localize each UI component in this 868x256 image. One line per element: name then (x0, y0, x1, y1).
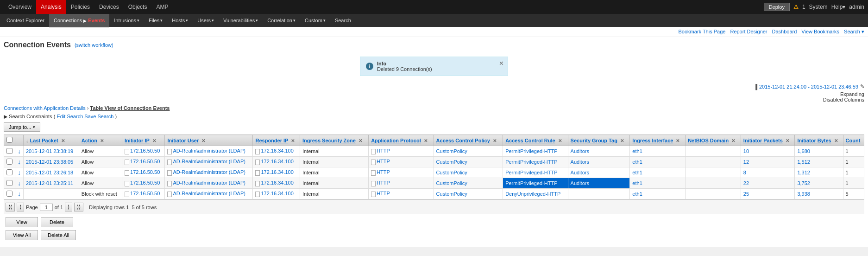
info-close-button[interactable]: ✕ (499, 60, 504, 67)
initiator-packets-link[interactable]: 12 (743, 159, 749, 165)
row-expand[interactable]: ↓ (15, 189, 24, 199)
initiator-user-link[interactable]: AD-Realm\administrator (LDAP) (173, 180, 245, 186)
initiator-bytes-link[interactable]: 3,752 (797, 180, 810, 186)
th-ingress-interface[interactable]: Ingress Interface ✕ (630, 135, 686, 146)
th-ac-policy[interactable]: Access Control Policy ✕ (434, 135, 503, 146)
edit-date-icon[interactable]: ✎ (860, 83, 864, 90)
save-search-link[interactable]: Save Search (84, 114, 113, 119)
nav-connections-events[interactable]: Connections ▶ Events (49, 14, 109, 27)
nav-analysis[interactable]: Analysis (36, 0, 66, 14)
th-initiator-bytes[interactable]: Initiator Bytes ✕ (795, 135, 843, 146)
th-initiator-packets[interactable]: Initiator Packets ✕ (741, 135, 795, 146)
initiator-bytes-link[interactable]: 1,312 (797, 170, 810, 175)
view-all-button[interactable]: View All (6, 230, 38, 240)
view-bookmarks-link[interactable]: View Bookmarks (801, 29, 839, 35)
date-range-link[interactable]: 2015-12-01 21:24:00 - 2015-12-01 23:46:5… (759, 84, 858, 90)
initiator-packets-link[interactable]: 25 (743, 191, 749, 197)
initiator-bytes-close[interactable]: ✕ (834, 138, 838, 143)
select-all-checkbox[interactable] (6, 137, 13, 143)
search-dropdown-link[interactable]: Search ▾ (844, 29, 864, 35)
th-app-protocol[interactable]: Application Protocol ✕ (369, 135, 434, 146)
nav-devices[interactable]: Devices (94, 0, 124, 14)
th-initiator-ip[interactable]: Initiator IP ✕ (122, 135, 165, 146)
prev-page-button[interactable]: ⟨ (17, 203, 24, 211)
responder-ip-close[interactable]: ✕ (291, 138, 295, 143)
row-expand[interactable]: ↓ (15, 178, 24, 189)
nav-vulnerabilities[interactable]: Vulnerabilities ▾ (219, 14, 263, 27)
app-protocol-link[interactable]: HTTP (377, 169, 390, 175)
th-initiator-user[interactable]: Initiator User ✕ (165, 135, 253, 146)
breadcrumb-link[interactable]: Connections with Application Details (4, 105, 86, 111)
ac-policy-link[interactable]: CustomPolicy (436, 148, 467, 154)
initiator-bytes-link[interactable]: 1,680 (797, 148, 810, 154)
report-designer-link[interactable]: Report Designer (730, 29, 767, 35)
responder-ip-link[interactable]: 172.16.34.100 (261, 191, 293, 196)
ac-policy-link[interactable]: CustomPolicy (436, 191, 467, 197)
initiator-ip-link[interactable]: 172.16.50.50 (130, 148, 160, 154)
app-protocol-sort-link[interactable]: Application Protocol (371, 138, 421, 143)
initiator-packets-link[interactable]: 10 (743, 148, 749, 154)
th-count[interactable]: Count (843, 135, 864, 146)
nav-hosts[interactable]: Hosts ▾ (167, 14, 193, 27)
last-packet-close[interactable]: ✕ (61, 138, 65, 143)
responder-ip-sort-link[interactable]: Responder IP (255, 138, 288, 143)
ingress-interface-close[interactable]: ✕ (676, 138, 679, 143)
th-last-packet[interactable]: ↓ Last Packet ✕ (24, 135, 79, 146)
system-link[interactable]: System (809, 4, 828, 10)
app-protocol-link[interactable]: HTTP (377, 191, 390, 196)
initiator-ip-link[interactable]: 172.16.50.50 (130, 169, 160, 175)
ac-rule-sort-link[interactable]: Access Control Rule (505, 138, 555, 143)
ac-policy-link[interactable]: CustomPolicy (436, 159, 467, 165)
nav-users[interactable]: Users ▾ (193, 14, 219, 27)
initiator-packets-link[interactable]: 22 (743, 180, 749, 186)
security-group-link[interactable]: Auditors (571, 180, 589, 186)
initiator-packets-link[interactable]: 8 (743, 170, 746, 175)
ac-rule-link[interactable]: PermitPrivileged-HTTP (505, 180, 557, 186)
row-checkbox[interactable] (6, 148, 13, 154)
action-close[interactable]: ✕ (100, 138, 104, 143)
ac-rule-link[interactable]: PermitPrivileged-HTTP (505, 148, 557, 154)
nav-objects[interactable]: Objects (124, 0, 152, 14)
delete-all-button[interactable]: Delete All (41, 230, 76, 240)
ac-policy-close[interactable]: ✕ (493, 138, 497, 143)
initiator-packets-sort-link[interactable]: Initiator Packets (743, 138, 783, 143)
security-group-link[interactable]: Auditors (571, 170, 589, 175)
ac-rule-link[interactable]: PermitPrivileged-HTTP (505, 159, 557, 165)
security-group-close[interactable]: ✕ (620, 138, 624, 143)
count-sort-link[interactable]: Count (846, 138, 861, 143)
last-packet-link[interactable]: 2015-12-01 23:26:18 (26, 170, 73, 175)
initiator-ip-link[interactable]: 172.16.50.50 (130, 191, 160, 196)
app-protocol-link[interactable]: HTTP (377, 159, 390, 164)
initiator-bytes-link[interactable]: 3,938 (797, 191, 810, 197)
security-group-link[interactable]: Auditors (571, 148, 589, 154)
action-sort-link[interactable]: Action (82, 138, 97, 143)
ac-policy-sort-link[interactable]: Access Control Policy (436, 138, 490, 143)
row-checkbox-cell[interactable] (4, 146, 15, 157)
deploy-button[interactable]: Deploy (764, 3, 790, 11)
ingress-zone-sort-link[interactable]: Ingress Security Zone (302, 138, 356, 143)
nav-amp[interactable]: AMP (151, 0, 173, 14)
delete-button[interactable]: Delete (41, 217, 73, 227)
initiator-user-link[interactable]: AD-Realm\administrator (LDAP) (173, 159, 245, 164)
row-checkbox[interactable] (6, 180, 13, 186)
last-packet-sort-link[interactable]: Last Packet (30, 138, 58, 143)
view-button[interactable]: View (6, 217, 38, 227)
nav-files[interactable]: Files ▾ (144, 14, 167, 27)
initiator-ip-close[interactable]: ✕ (152, 138, 156, 143)
th-netbios[interactable]: NetBIOS Domain ✕ (686, 135, 741, 146)
responder-ip-link[interactable]: 172.16.34.100 (261, 159, 293, 164)
initiator-user-sort-link[interactable]: Initiator User (167, 138, 199, 143)
help-link[interactable]: Help▾ (831, 4, 846, 10)
ingress-interface-link[interactable]: eth1 (632, 159, 642, 165)
security-group-sort-link[interactable]: Security Group Tag (571, 138, 617, 143)
page-number-input[interactable] (40, 204, 53, 211)
last-packet-link[interactable]: 2015-12-01 23:38:05 (26, 159, 73, 165)
ingress-interface-sort-link[interactable]: Ingress Interface (632, 138, 673, 143)
row-checkbox-cell[interactable] (4, 189, 15, 199)
last-packet-link[interactable]: 2015-12-01 23:25:11 (26, 180, 73, 186)
netbios-close[interactable]: ✕ (731, 138, 735, 143)
ac-rule-link[interactable]: DenyUnprivileged-HTTP (505, 191, 560, 197)
responder-ip-link[interactable]: 172.16.34.100 (261, 180, 293, 186)
row-checkbox-cell[interactable] (4, 157, 15, 167)
initiator-user-link[interactable]: AD-Realm\administrator (LDAP) (173, 169, 245, 175)
